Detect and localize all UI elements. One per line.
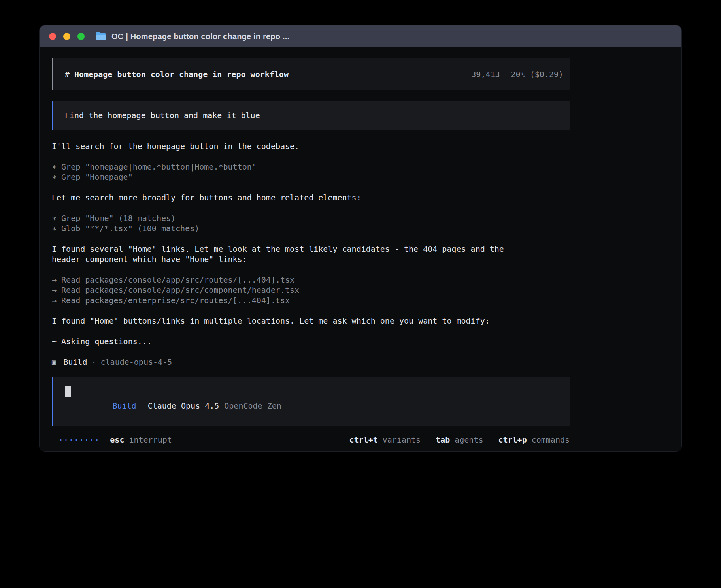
status-bar: ········ esc interrupt ctrl+tvariants ta… bbox=[52, 434, 570, 445]
session-stats: 39,41320% ($0.29) bbox=[471, 70, 563, 79]
tool-call-grep: ∗ Grep "Homepage" bbox=[52, 172, 570, 182]
agents-hint: tabagents bbox=[436, 435, 483, 445]
traffic-lights bbox=[49, 33, 85, 40]
title-bar: OC | Homepage button color change in rep… bbox=[40, 25, 681, 47]
tool-call-grep: ∗ Grep "homepage|home.*button|Home.*butt… bbox=[52, 162, 570, 172]
user-message: Find the homepage button and make it blu… bbox=[52, 101, 570, 130]
commands-hint: ctrl+pcommands bbox=[498, 435, 570, 445]
terminal-window: OC | Homepage button color change in rep… bbox=[40, 25, 681, 451]
progress-dots: ········ bbox=[59, 435, 100, 445]
minimize-button[interactable] bbox=[63, 33, 70, 40]
assistant-text: I found "Home" buttons/links in multiple… bbox=[52, 316, 570, 326]
assistant-text: Let me search more broadly for buttons a… bbox=[52, 192, 570, 203]
ctrl-p-key: ctrl+p bbox=[498, 435, 527, 445]
context-usage: 20% ($0.29) bbox=[511, 70, 563, 79]
assistant-transcript: I'll search for the homepage button in t… bbox=[52, 141, 570, 367]
agents-label: agents bbox=[455, 435, 483, 445]
ctrl-t-key: ctrl+t bbox=[349, 435, 377, 445]
session-title: # Homepage button color change in repo w… bbox=[65, 70, 289, 79]
variants-hint: ctrl+tvariants bbox=[349, 435, 421, 445]
token-count: 39,413 bbox=[471, 70, 500, 79]
model-name: Claude Opus 4.5 bbox=[148, 401, 219, 411]
commands-label: commands bbox=[532, 435, 570, 445]
zoom-button[interactable] bbox=[77, 33, 85, 40]
mode-label: Build bbox=[112, 401, 136, 411]
tool-call-read: → Read packages/enterprise/src/routes/[.… bbox=[52, 295, 570, 305]
agent-name: Build bbox=[63, 357, 87, 367]
provider-name: OpenCode Zen bbox=[224, 401, 281, 411]
tool-call-grep: ∗ Grep "Home" (18 matches) bbox=[52, 213, 570, 223]
agent-status-line: ▣ Build · claude-opus-4-5 bbox=[52, 357, 570, 367]
model-status-line: BuildClaude Opus 4.5OpenCode Zen bbox=[65, 392, 281, 420]
separator-dot: · bbox=[91, 357, 96, 367]
prompt-input-area[interactable]: BuildClaude Opus 4.5OpenCode Zen bbox=[52, 377, 570, 426]
build-agent-icon: ▣ bbox=[52, 358, 56, 366]
variants-label: variants bbox=[383, 435, 421, 445]
window-title: OC | Homepage button color change in rep… bbox=[111, 32, 289, 41]
tab-key: tab bbox=[436, 435, 450, 445]
assistant-status: ~ Asking questions... bbox=[52, 336, 570, 347]
esc-key-hint: esc bbox=[110, 435, 124, 445]
assistant-text: I'll search for the homepage button in t… bbox=[52, 141, 570, 151]
close-button[interactable] bbox=[49, 33, 56, 40]
folder-icon bbox=[96, 32, 106, 40]
tool-call-read: → Read packages/console/app/src/routes/[… bbox=[52, 275, 570, 285]
tool-call-glob: ∗ Glob "**/*.tsx" (100 matches) bbox=[52, 223, 570, 234]
session-header: # Homepage button color change in repo w… bbox=[52, 58, 570, 90]
user-message-text: Find the homepage button and make it blu… bbox=[65, 111, 260, 120]
assistant-text: header component which have "Home" links… bbox=[52, 254, 570, 264]
agent-model: claude-opus-4-5 bbox=[101, 357, 172, 367]
tool-call-read: → Read packages/console/app/src/componen… bbox=[52, 285, 570, 295]
assistant-text: I found several "Home" links. Let me loo… bbox=[52, 244, 570, 254]
esc-key-label: interrupt bbox=[129, 435, 172, 445]
